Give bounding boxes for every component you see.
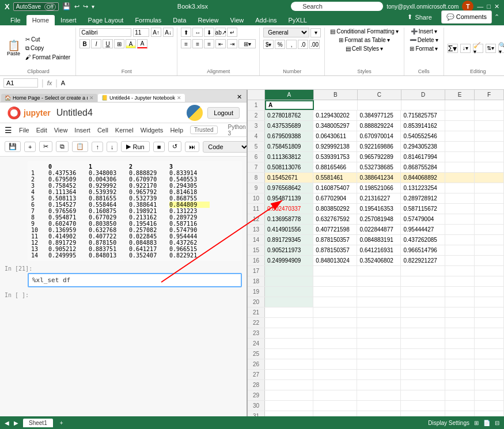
italic-button[interactable]: I bbox=[91, 39, 101, 48]
menu-item-view[interactable]: View bbox=[54, 127, 68, 134]
autosave-toggle[interactable]: Off bbox=[44, 3, 56, 10]
menu-item-kernel[interactable]: Kernel bbox=[115, 127, 134, 134]
number-format-select[interactable]: General Number Currency bbox=[263, 28, 309, 37]
cell-F1[interactable] bbox=[475, 100, 504, 110]
add-sheet-btn[interactable]: + bbox=[58, 420, 66, 426]
delete-button[interactable]: ➖ Delete ▾ bbox=[408, 36, 440, 44]
interrupt-btn[interactable]: ■ bbox=[153, 142, 165, 152]
cut-button[interactable]: ✂ Cut bbox=[24, 36, 72, 43]
underline-button[interactable]: U bbox=[103, 39, 113, 48]
sort-filter-button[interactable]: ⇅▾ bbox=[486, 44, 496, 53]
run-button[interactable]: ▶ Run bbox=[121, 141, 149, 152]
tab-file[interactable]: File bbox=[5, 15, 26, 25]
cell-D3[interactable]: 0.853914162 bbox=[401, 121, 445, 131]
fill-button[interactable]: ↓▾ bbox=[460, 44, 471, 53]
copy-button[interactable]: ⧉ Copy bbox=[24, 44, 72, 52]
cell-B1[interactable] bbox=[314, 100, 358, 110]
col-header-B[interactable]: B bbox=[314, 90, 358, 100]
tab-formulas[interactable]: Formulas bbox=[129, 15, 167, 25]
menu-item-cell[interactable]: Cell bbox=[97, 127, 108, 134]
comments-button[interactable]: 💬 Comments bbox=[441, 10, 492, 24]
notebook-tab-close[interactable]: ✕ bbox=[177, 95, 181, 101]
cell-styles-button[interactable]: ▤ Cell Styles ▾ bbox=[344, 45, 385, 52]
logout-button[interactable]: Logout bbox=[207, 107, 240, 119]
format-as-table-button[interactable]: ⊞ Format as Table ▾ bbox=[337, 36, 392, 44]
font-size-input[interactable] bbox=[133, 28, 149, 37]
tab-add-ins[interactable]: Add-ins bbox=[249, 15, 282, 25]
bold-button[interactable]: B bbox=[79, 39, 90, 48]
col-header-A[interactable]: A bbox=[265, 90, 314, 100]
cell-E1[interactable] bbox=[445, 100, 475, 110]
cell-D1[interactable] bbox=[401, 100, 445, 110]
font-grow-icon[interactable]: A↑ bbox=[151, 28, 161, 37]
copy-cell-btn[interactable]: ⧉ bbox=[56, 141, 69, 152]
align-right-button[interactable]: ≡ bbox=[204, 39, 214, 48]
menu-item-help[interactable]: Help bbox=[170, 127, 183, 134]
save-notebook-btn[interactable]: 💾 bbox=[5, 141, 21, 152]
tab-data[interactable]: Data bbox=[167, 15, 192, 25]
cell-type-select[interactable]: Code Markdown Raw bbox=[203, 141, 248, 153]
paste-cell-btn[interactable]: 📋 bbox=[72, 141, 88, 152]
name-box[interactable] bbox=[3, 78, 38, 88]
cell-B2[interactable]: 0.129430202 bbox=[313, 111, 357, 120]
minimize-btn[interactable]: — bbox=[477, 3, 483, 10]
font-shrink-icon[interactable]: A↓ bbox=[163, 28, 173, 37]
cell-D2[interactable]: 0.715825757 bbox=[401, 111, 445, 120]
tab-pyxll[interactable]: PyXLL bbox=[283, 15, 313, 25]
conditional-formatting-button[interactable]: ▤ Conditional Formatting ▾ bbox=[328, 28, 400, 35]
move-down-btn[interactable]: ↓ bbox=[107, 142, 118, 152]
cell-B3[interactable]: 0.348005297 bbox=[313, 121, 357, 131]
tab-insert[interactable]: Insert bbox=[55, 15, 82, 25]
cell-E2[interactable] bbox=[445, 111, 475, 120]
decrease-decimal-button[interactable]: .0 bbox=[298, 40, 308, 49]
jupyter-tab-untitled4[interactable]: 📒 Untitled4 - Jupyter Notebook ✕ bbox=[98, 94, 185, 102]
search-box[interactable]: Search bbox=[291, 2, 383, 11]
col-header-D[interactable]: D bbox=[401, 90, 445, 100]
merge-center-button[interactable]: ⊞▾ bbox=[238, 39, 256, 48]
tab-view[interactable]: View bbox=[225, 15, 250, 25]
page-break-btn[interactable]: ⊟ bbox=[495, 420, 499, 426]
move-up-btn[interactable]: ↑ bbox=[92, 142, 103, 152]
tab-home[interactable]: Home bbox=[26, 15, 55, 25]
undo-icon[interactable]: ↩ bbox=[74, 3, 79, 10]
align-top-button[interactable]: ⬆ bbox=[181, 28, 191, 37]
sheet-tab-sheet1[interactable]: Sheet1 bbox=[23, 419, 53, 427]
wrap-text-button[interactable]: ↵ bbox=[227, 28, 237, 37]
save-icon[interactable]: 💾 bbox=[62, 2, 71, 10]
fill-color-button[interactable]: A bbox=[126, 39, 136, 48]
share-button[interactable]: ⬆ Share bbox=[400, 11, 438, 23]
redo-icon[interactable]: ↪ bbox=[83, 3, 88, 10]
cell-F2[interactable] bbox=[475, 111, 504, 120]
menu-item-widgets[interactable]: Widgets bbox=[141, 127, 164, 134]
format-painter-button[interactable]: 🖌 Format Painter bbox=[24, 54, 72, 61]
ribbon-collapse-btn[interactable]: ⌃ bbox=[494, 13, 499, 21]
close-btn[interactable]: ✕ bbox=[494, 3, 499, 10]
scroll-right-btn[interactable]: ▶ bbox=[14, 420, 18, 426]
orientation-button[interactable]: ab↗ bbox=[215, 28, 226, 37]
font-color-button[interactable]: A bbox=[137, 39, 147, 48]
menu-item-file[interactable]: File bbox=[19, 127, 29, 134]
panel-close-btn[interactable]: ✕ bbox=[233, 92, 245, 102]
scroll-left-btn[interactable]: ◀ bbox=[5, 420, 9, 426]
col-header-C[interactable]: C bbox=[358, 90, 401, 100]
cell-A1[interactable]: A bbox=[265, 100, 314, 110]
increase-decimal-button[interactable]: .00 bbox=[309, 40, 320, 49]
percent-button[interactable]: % bbox=[275, 40, 285, 49]
align-bottom-button[interactable]: ⬇ bbox=[204, 28, 214, 37]
grid-view-btn[interactable]: ⊞ bbox=[474, 420, 479, 426]
tab-page-layout[interactable]: Page Layout bbox=[82, 15, 130, 25]
border-button[interactable]: ⊞ bbox=[114, 39, 124, 48]
cell-A2[interactable]: 0.278018762 bbox=[265, 111, 313, 120]
home-tab-close[interactable]: ✕ bbox=[89, 95, 94, 101]
sum-button[interactable]: Σ▾ bbox=[448, 44, 458, 53]
notebook-title[interactable]: Untitled4 bbox=[56, 108, 93, 118]
col-header-E[interactable]: E bbox=[445, 90, 475, 100]
cell-C3[interactable]: 0.888829224 bbox=[357, 121, 401, 131]
align-center-button[interactable]: ≡ bbox=[192, 39, 203, 48]
menu-item-edit[interactable]: Edit bbox=[36, 127, 47, 134]
insert-button[interactable]: ➕ Insert ▾ bbox=[409, 28, 439, 35]
customize-icon[interactable]: ▾ bbox=[92, 3, 94, 10]
restore-btn[interactable]: □ bbox=[487, 3, 491, 10]
align-middle-button[interactable]: ↔ bbox=[192, 28, 203, 37]
page-layout-btn[interactable]: 📄 bbox=[483, 420, 490, 426]
